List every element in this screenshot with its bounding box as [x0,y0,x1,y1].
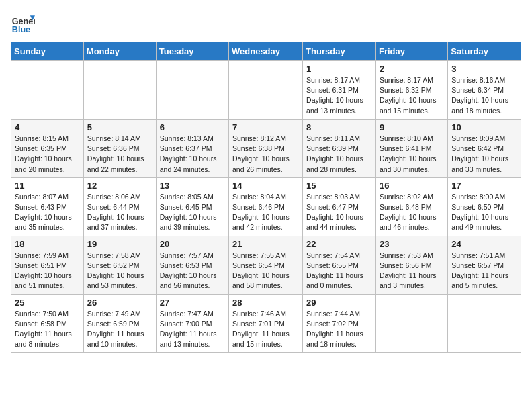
day-info: Sunrise: 8:14 AM Sunset: 6:36 PM Dayligh… [87,134,152,175]
day-info: Sunrise: 8:11 AM Sunset: 6:39 PM Dayligh… [306,134,372,175]
calendar-cell: 5Sunrise: 8:14 AM Sunset: 6:36 PM Daylig… [83,119,156,177]
day-info: Sunrise: 7:58 AM Sunset: 6:52 PM Dayligh… [87,250,152,291]
day-number: 27 [160,298,225,308]
day-number: 16 [380,181,444,191]
calendar-cell: 23Sunrise: 7:53 AM Sunset: 6:56 PM Dayli… [375,236,447,294]
day-number: 7 [232,122,299,132]
day-number: 1 [306,64,372,74]
calendar-cell: 12Sunrise: 8:06 AM Sunset: 6:44 PM Dayli… [83,177,156,236]
day-number: 25 [15,298,80,308]
calendar-cell: 20Sunrise: 7:57 AM Sunset: 6:53 PM Dayli… [156,236,228,294]
calendar-cell: 19Sunrise: 7:58 AM Sunset: 6:52 PM Dayli… [83,236,156,294]
day-number: 4 [15,122,80,132]
day-number: 2 [380,64,444,74]
calendar-table: SundayMondayTuesdayWednesdayThursdayFrid… [11,42,521,353]
col-header-sunday: Sunday [11,42,84,61]
day-info: Sunrise: 7:54 AM Sunset: 6:55 PM Dayligh… [306,250,372,291]
calendar-cell: 8Sunrise: 8:11 AM Sunset: 6:39 PM Daylig… [303,119,376,177]
day-info: Sunrise: 8:05 AM Sunset: 6:45 PM Dayligh… [160,192,225,233]
calendar-cell [83,61,156,120]
day-info: Sunrise: 8:07 AM Sunset: 6:43 PM Dayligh… [15,192,80,233]
calendar-cell: 16Sunrise: 8:02 AM Sunset: 6:48 PM Dayli… [375,177,447,236]
day-info: Sunrise: 8:12 AM Sunset: 6:38 PM Dayligh… [232,134,299,175]
day-number: 18 [15,239,80,249]
page-header: General Blue [11,11,521,35]
calendar-cell: 14Sunrise: 8:04 AM Sunset: 6:46 PM Dayli… [229,177,303,236]
logo: General Blue [11,11,39,35]
calendar-cell: 18Sunrise: 7:59 AM Sunset: 6:51 PM Dayli… [11,236,84,294]
calendar-cell: 11Sunrise: 8:07 AM Sunset: 6:43 PM Dayli… [11,177,84,236]
day-number: 5 [87,122,152,132]
day-info: Sunrise: 8:15 AM Sunset: 6:35 PM Dayligh… [15,134,80,175]
calendar-cell [11,61,84,120]
day-number: 3 [451,64,517,74]
day-number: 10 [451,122,517,132]
calendar-cell: 2Sunrise: 8:17 AM Sunset: 6:32 PM Daylig… [375,61,447,120]
calendar-cell: 22Sunrise: 7:54 AM Sunset: 6:55 PM Dayli… [303,236,376,294]
day-number: 24 [451,239,517,249]
calendar-cell [448,294,521,353]
calendar-cell [375,294,447,353]
calendar-cell: 3Sunrise: 8:16 AM Sunset: 6:34 PM Daylig… [448,61,521,120]
calendar-cell: 17Sunrise: 8:00 AM Sunset: 6:50 PM Dayli… [448,177,521,236]
day-info: Sunrise: 8:16 AM Sunset: 6:34 PM Dayligh… [451,75,517,116]
day-number: 28 [232,298,299,308]
svg-text:Blue: Blue [12,25,30,34]
day-number: 20 [160,239,225,249]
day-number: 6 [160,122,225,132]
day-info: Sunrise: 7:49 AM Sunset: 6:59 PM Dayligh… [87,309,152,350]
day-number: 23 [380,239,444,249]
day-number: 9 [380,122,444,132]
day-info: Sunrise: 8:04 AM Sunset: 6:46 PM Dayligh… [232,192,299,233]
day-number: 15 [306,181,372,191]
day-info: Sunrise: 7:53 AM Sunset: 6:56 PM Dayligh… [380,250,444,291]
day-number: 11 [15,181,80,191]
day-number: 12 [87,181,152,191]
calendar-cell: 7Sunrise: 8:12 AM Sunset: 6:38 PM Daylig… [229,119,303,177]
day-number: 29 [306,298,372,308]
col-header-wednesday: Wednesday [229,42,303,61]
calendar-cell: 4Sunrise: 8:15 AM Sunset: 6:35 PM Daylig… [11,119,84,177]
day-info: Sunrise: 8:13 AM Sunset: 6:37 PM Dayligh… [160,134,225,175]
day-number: 8 [306,122,372,132]
day-number: 14 [232,181,299,191]
day-info: Sunrise: 8:03 AM Sunset: 6:47 PM Dayligh… [306,192,372,233]
calendar-cell [229,61,303,120]
col-header-monday: Monday [83,42,156,61]
calendar-cell: 26Sunrise: 7:49 AM Sunset: 6:59 PM Dayli… [83,294,156,353]
logo-icon: General Blue [11,11,35,35]
day-info: Sunrise: 7:57 AM Sunset: 6:53 PM Dayligh… [160,250,225,291]
day-number: 22 [306,239,372,249]
calendar-cell: 27Sunrise: 7:47 AM Sunset: 7:00 PM Dayli… [156,294,228,353]
day-info: Sunrise: 8:17 AM Sunset: 6:31 PM Dayligh… [306,75,372,116]
col-header-thursday: Thursday [303,42,376,61]
calendar-cell: 29Sunrise: 7:44 AM Sunset: 7:02 PM Dayli… [303,294,376,353]
day-number: 19 [87,239,152,249]
day-info: Sunrise: 8:09 AM Sunset: 6:42 PM Dayligh… [451,134,517,175]
calendar-cell: 10Sunrise: 8:09 AM Sunset: 6:42 PM Dayli… [448,119,521,177]
calendar-cell: 9Sunrise: 8:10 AM Sunset: 6:41 PM Daylig… [375,119,447,177]
col-header-friday: Friday [375,42,447,61]
day-info: Sunrise: 7:55 AM Sunset: 6:54 PM Dayligh… [232,250,299,291]
day-info: Sunrise: 7:59 AM Sunset: 6:51 PM Dayligh… [15,250,80,291]
day-info: Sunrise: 7:46 AM Sunset: 7:01 PM Dayligh… [232,309,299,350]
day-info: Sunrise: 7:44 AM Sunset: 7:02 PM Dayligh… [306,309,372,350]
day-info: Sunrise: 8:10 AM Sunset: 6:41 PM Dayligh… [380,134,444,175]
day-info: Sunrise: 8:00 AM Sunset: 6:50 PM Dayligh… [451,192,517,233]
calendar-cell: 1Sunrise: 8:17 AM Sunset: 6:31 PM Daylig… [303,61,376,120]
day-info: Sunrise: 7:47 AM Sunset: 7:00 PM Dayligh… [160,309,225,350]
calendar-cell: 25Sunrise: 7:50 AM Sunset: 6:58 PM Dayli… [11,294,84,353]
calendar-cell: 28Sunrise: 7:46 AM Sunset: 7:01 PM Dayli… [229,294,303,353]
day-number: 17 [451,181,517,191]
day-info: Sunrise: 8:02 AM Sunset: 6:48 PM Dayligh… [380,192,444,233]
day-info: Sunrise: 7:50 AM Sunset: 6:58 PM Dayligh… [15,309,80,350]
day-info: Sunrise: 8:17 AM Sunset: 6:32 PM Dayligh… [380,75,444,116]
calendar-cell: 15Sunrise: 8:03 AM Sunset: 6:47 PM Dayli… [303,177,376,236]
day-number: 13 [160,181,225,191]
calendar-cell [156,61,228,120]
day-info: Sunrise: 8:06 AM Sunset: 6:44 PM Dayligh… [87,192,152,233]
day-number: 26 [87,298,152,308]
col-header-saturday: Saturday [448,42,521,61]
calendar-cell: 24Sunrise: 7:51 AM Sunset: 6:57 PM Dayli… [448,236,521,294]
calendar-cell: 13Sunrise: 8:05 AM Sunset: 6:45 PM Dayli… [156,177,228,236]
